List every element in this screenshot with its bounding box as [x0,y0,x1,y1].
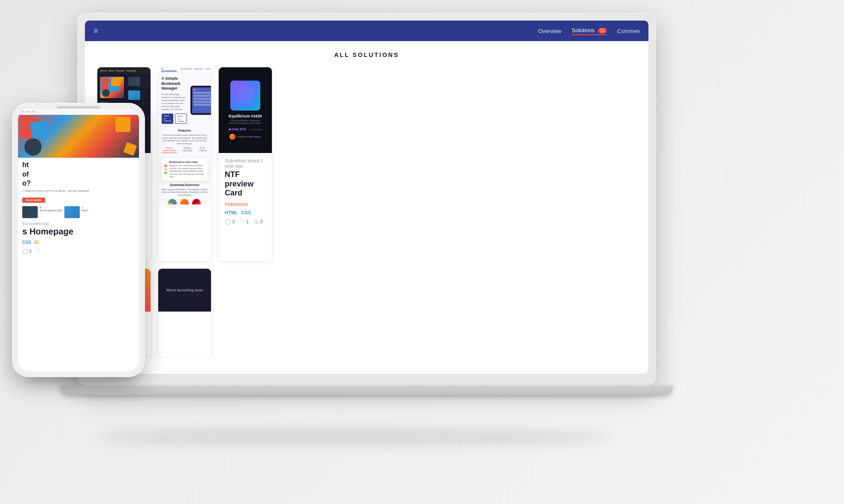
card2-nav: FEATURES PRICING CONTACT LOGIN [181,68,211,72]
opera-icon [192,199,201,204]
phone-langs: CSS JS [22,240,135,245]
card2-nav-features: FEATURES [181,68,192,72]
nft-eth-price: ◆ 0.041 ETH [229,128,246,131]
launching-text: We're launching soon [166,288,203,292]
phone-mini-img2 [64,206,80,218]
phone-shape2 [30,120,49,140]
card2-tab-simple[interactable]: Simple Bookmarking [162,147,177,153]
phone-mini-articles: 02Top 10 Laptops of 2022 T...The B... [22,206,135,218]
card1-hero-image [100,77,124,98]
card2-logo: ● BOOKMARK [162,67,177,72]
card2-dot [193,89,196,91]
laptop-top-bar: ≡ Overview Solutions 11 Commen [85,21,648,41]
nft-bookmark-icon: ◻ [254,219,258,225]
card-bookmark-image: ● BOOKMARK FEATURES PRICING CONTACT LOGI… [158,67,211,204]
phone-lang-css: CSS [22,240,31,245]
nft-lang-css: CSS [241,210,251,215]
card2-header: ● BOOKMARK FEATURES PRICING CONTACT LOGI… [158,67,211,73]
card1-mini-text2: 03The Benefit of Gaming [142,90,150,105]
card2-btn-chrome[interactable]: Get it on Chrome [162,114,174,124]
card2-text: A Simple Bookmark Manager A clean and si… [162,76,187,124]
phone-nav-pop[interactable]: Pop... [32,111,36,113]
nft-artwork [230,81,260,111]
nav-solutions[interactable]: Solutions 11 [572,27,607,35]
site-logo-icon: ≡ [93,27,98,36]
phone-likes-stat: ♡ [36,248,41,254]
phone-like-icon: ♡ [36,248,41,254]
phone-nav-new[interactable]: New [27,111,30,113]
card2-tab-speedy[interactable]: Speedy Searching [181,147,194,153]
nft-creator-label: Creation of Jules Wyvern [237,135,261,138]
phone-shape4 [24,138,42,156]
chrome-icon [168,199,177,204]
phone-mini-text2: T...The B... [81,206,89,218]
card1-nav-item: Popular [115,69,124,72]
phone-screen: Home New Pop... ht of [18,109,139,371]
solutions-badge: 11 [598,28,607,33]
card1-nav: Home New Popular Trending [100,69,136,72]
nav-overview[interactable]: Overview [538,28,561,34]
card4-background: We're launching soon [158,269,211,312]
card-nft-info: Submitted about 1 year ago NTF preview C… [219,153,272,230]
card-nft-submitted: Submitted about 1 year ago [225,158,266,168]
phone-stats: ◯ 0 ♡ [22,248,135,254]
card1-mini-article1: 02Top 10 Laptops of 2022 [128,77,149,88]
card2-tab-easy[interactable]: Easy Sharing [198,147,208,153]
nft-inner [230,81,260,111]
card-nft-stats: ◯ 3 ♡ 1 ◻ [225,219,266,225]
card1-nav-item: Home [100,69,107,72]
card1-mini-text1: 02Top 10 Laptops of 2022 [142,77,150,88]
nft-likes-stat: ♡ 1 [240,219,249,225]
phone-lang-js: JS [34,240,39,245]
card1-mini-img1 [128,77,140,86]
card2-ext-section: Download Extension We've got more browse… [158,181,211,204]
nft-creator-row: Creation of Jules Wyvern [229,134,261,140]
card2-features: Features Our aim is to make it quick and… [158,127,211,155]
row4 [193,101,211,103]
laptop-screen-content: ≡ Overview Solutions 11 Commen ALL SOL [85,21,648,374]
nft-creator-name: Jules Wyvern [248,135,261,138]
card2-bookmark-demo: Bookmark In One Click Organize your book… [158,158,211,181]
firefox-icon [180,199,189,204]
card2-feature-tabs: Simple Bookmarking Speedy Searching Easy… [162,147,208,153]
card1-mini-article2: 03The Benefit of Gaming [128,90,149,105]
card2-rows [193,92,211,106]
row2 [193,95,211,97]
screen-main: ALL SOLUTIONS [85,41,648,374]
card2-hero-title: A Simple Bookmark Manager [162,76,187,91]
nav-comments[interactable]: Commen [617,28,640,34]
card2-cta-buttons: Get it on Chrome Get it on Firefox [162,114,187,124]
phone-mini-article2: T...The B... [64,206,89,218]
phone-article-section: ht of o? It happened where old PCs are g… [18,158,139,258]
card3-background: Equilibrium #3429 Our Equilibrium collec… [219,67,272,153]
phone-body: Home New Pop... ht of [12,103,145,377]
phone-read-more-btn[interactable]: READ MORE [22,198,45,203]
card-nft-title-text: NTF preview Card [225,170,266,198]
nft-lang-html: HTML [225,210,238,215]
card2-btn-firefox[interactable]: Get it on Firefox [175,114,187,124]
demo-dot3 [164,171,167,174]
phone-nav-home[interactable]: Home [21,111,25,113]
card2-demo-dots [164,165,167,174]
card2-demo-title: Bookmark In One Click [169,161,205,163]
nft-block [232,82,258,108]
card2-background: ● BOOKMARK FEATURES PRICING CONTACT LOGI… [158,67,211,204]
card2-demo-text: Organize your bookmarks however you like… [169,164,205,178]
phone-card-title: s Homepage [22,227,135,237]
card-bookmark[interactable]: ● BOOKMARK FEATURES PRICING CONTACT LOGI… [158,67,212,261]
nft-bookmarks-stat: ◻ 0 [254,219,262,225]
top-nav: Overview Solutions 11 Commen [538,27,640,35]
nft-price-row: ◆ 0.041 ETH ⏱ 3 days left [229,128,262,131]
card-nft-langs: HTML CSS [225,210,266,215]
phone-hero-image [18,115,139,158]
card-launching[interactable]: We're launching soon [158,268,212,357]
card1-mini-header: Home New Popular Trending [97,67,151,74]
card1-nav-item: New [109,69,114,72]
row5 [193,104,211,106]
card-nft[interactable]: Equilibrium #3429 Our Equilibrium collec… [218,67,272,261]
card2-features-text: Our aim is to make it quick and easy for… [162,134,208,145]
card1-mini-img2 [128,90,140,100]
phone-comments-stat: ◯ 0 [22,248,32,254]
nft-creator-avatar [229,134,235,140]
card2-demo-row: Bookmark In One Click Organize your book… [162,158,208,181]
